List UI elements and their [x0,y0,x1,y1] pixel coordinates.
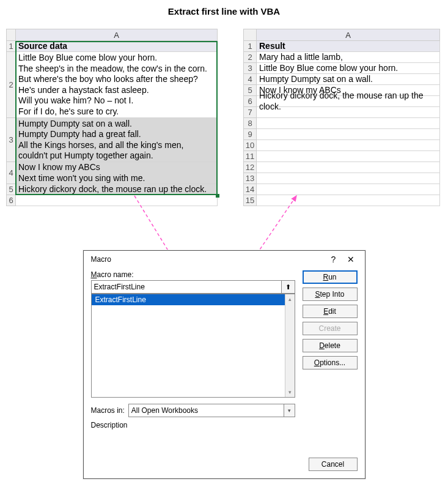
up-arrow-icon: ⬆ [285,283,291,291]
result-cell[interactable] [257,195,440,206]
result-header-cell[interactable]: Result [257,41,440,52]
result-sheet: 1 23456789101112131415 A Result Mary had… [243,29,440,206]
macros-in-label: Macros in: [91,406,125,415]
step-into-button[interactable]: Step Into [303,288,358,301]
result-cell[interactable] [257,118,440,129]
source-cell[interactable]: Now I know my ABCs Next time won't you s… [16,162,218,184]
row-header[interactable]: 7 [243,107,257,118]
close-button[interactable]: ✕ [342,254,360,264]
help-button[interactable]: ? [326,254,342,264]
edit-button[interactable]: Edit [303,305,358,318]
macro-list-item[interactable]: ExtractFirstLine [92,294,295,305]
macro-dialog: Macro ? ✕ Macro name: ⬆ ExtractFirstLine… [83,250,365,479]
source-cell[interactable]: Humpty Dumpty sat on a wall. Humpty Dump… [16,118,218,162]
result-cell[interactable]: Little Boy Blue come blow your horn. [257,63,440,74]
reference-button[interactable]: ⬆ [282,280,295,294]
row-header[interactable]: 13 [243,173,257,184]
result-cell[interactable]: Mary had a little lamb, [257,52,440,63]
scroll-up-icon[interactable]: ▴ [285,294,295,304]
row-header[interactable]: 5 [243,85,257,96]
corner-cell[interactable] [6,29,16,41]
delete-button[interactable]: Delete [303,339,358,352]
row-header[interactable]: 15 [243,195,257,206]
options-button[interactable]: Options... [303,356,358,369]
macro-name-label: Macro name: [91,270,295,279]
row-header[interactable]: 4 [6,162,16,184]
source-header-cell[interactable]: Source data [16,41,218,52]
macros-in-value: All Open Workbooks [131,406,198,415]
row-header[interactable]: 8 [243,118,257,129]
row-header[interactable]: 6 [243,96,257,107]
source-sheet: 1 23456 A Source data Little Boy Blue co… [6,29,218,206]
row-header[interactable]: 10 [243,140,257,151]
create-button: Create [303,322,358,335]
result-cell[interactable] [257,140,440,151]
scroll-down-icon[interactable]: ▾ [285,387,295,397]
result-cell[interactable] [257,151,440,162]
chevron-down-icon: ▾ [284,404,295,417]
row-header[interactable]: 14 [243,184,257,195]
row-header[interactable]: 6 [6,195,16,206]
row-header-1[interactable]: 1 [243,41,257,52]
row-header-1[interactable]: 1 [6,41,16,52]
cancel-button[interactable]: Cancel [309,458,358,471]
result-cell[interactable] [257,173,440,184]
result-cell[interactable]: Hickory dickory dock, the mouse ran up t… [257,96,440,107]
column-header-a[interactable]: A [16,29,218,41]
macro-list[interactable]: ExtractFirstLine ▴ ▾ [91,294,295,398]
row-header[interactable]: 2 [243,52,257,63]
row-header[interactable]: 12 [243,162,257,173]
macro-name-input[interactable] [91,280,282,294]
row-header[interactable]: 3 [6,118,16,162]
result-cell[interactable] [257,162,440,173]
source-cell[interactable]: Little Boy Blue come blow your horn. The… [16,52,218,118]
source-cell[interactable] [16,195,218,206]
row-header[interactable]: 11 [243,151,257,162]
source-cell[interactable]: Hickory dickory dock, the mouse ran up t… [16,184,218,195]
run-button[interactable]: Run [303,270,358,284]
column-header-a[interactable]: A [257,29,440,41]
macros-in-select[interactable]: All Open Workbooks ▾ [128,404,295,417]
dialog-title: Macro [91,255,326,264]
page-title: Extract first line with VBA [6,6,442,17]
description-label: Description [91,421,295,429]
row-header[interactable]: 4 [243,74,257,85]
row-header[interactable]: 3 [243,63,257,74]
result-cell[interactable]: Humpty Dumpty sat on a wall. [257,74,440,85]
result-cell[interactable] [257,129,440,140]
corner-cell[interactable] [243,29,257,41]
row-header[interactable]: 9 [243,129,257,140]
row-header[interactable]: 2 [6,52,16,118]
row-header[interactable]: 5 [6,184,16,195]
scrollbar[interactable]: ▴ ▾ [285,294,295,397]
result-cell[interactable] [257,184,440,195]
result-cell[interactable] [257,107,440,118]
